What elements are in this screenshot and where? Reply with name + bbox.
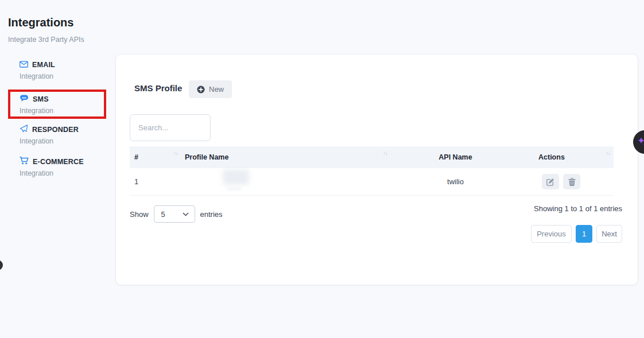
sidebar-item-label: E-COMMERCE: [33, 158, 84, 166]
sidebar-item-label: RESPONDER: [32, 126, 79, 134]
sidebar-item-sublabel: Integration: [20, 72, 111, 80]
entries-per-page-select[interactable]: 5: [154, 205, 195, 223]
sort-icon: ↑↓: [383, 146, 387, 156]
sidebar-item-sms[interactable]: SMS SMS Integration: [20, 94, 111, 115]
sidebar-item-responder[interactable]: RESPONDER Integration: [20, 125, 111, 145]
column-label: Profile Name: [185, 153, 228, 161]
column-header-actions[interactable]: Actions ↑↓: [520, 146, 614, 168]
sort-icon: ↑↓: [173, 146, 178, 156]
next-page-button[interactable]: Next: [596, 225, 622, 243]
column-label: #: [134, 153, 138, 161]
panel-title: SMS Profile: [134, 83, 182, 93]
sidebar-item-sublabel: Integration: [20, 169, 111, 177]
entries-label: entries: [200, 210, 223, 219]
delete-button[interactable]: [563, 174, 580, 189]
entries-select-value: 5: [161, 210, 165, 219]
new-button[interactable]: New: [189, 80, 232, 98]
column-label: Actions: [538, 153, 565, 161]
sidebar-item-ecommerce[interactable]: E-COMMERCE Integration: [20, 157, 111, 177]
column-label: API Name: [439, 153, 472, 161]
edit-button[interactable]: [542, 174, 559, 189]
column-header-index[interactable]: # ↑↓: [130, 146, 181, 168]
sms-profile-card: SMS Profile New # ↑↓ Profile Name ↑↓ API…: [115, 54, 638, 285]
shopping-cart-icon: [20, 157, 29, 167]
sidebar-item-label: SMS: [33, 95, 49, 103]
table-header: # ↑↓ Profile Name ↑↓ API Name Actions ↑↓: [130, 146, 614, 168]
svg-text:SMS: SMS: [22, 97, 26, 99]
integrations-page: Integrations Integrate 3rd Party APIs EM…: [0, 0, 644, 338]
row-index-cell: 1: [130, 177, 181, 186]
envelope-icon: [20, 60, 28, 70]
trash-icon: [568, 178, 576, 186]
redacted-profile-name-line: [227, 188, 241, 190]
page-title: Integrations: [8, 16, 73, 29]
page-1-button[interactable]: 1: [576, 225, 592, 243]
page-subtitle: Integrate 3rd Party APIs: [8, 36, 84, 44]
actions-cell: [520, 174, 614, 189]
profile-name-cell: [181, 168, 391, 195]
sidebar-item-sublabel: Integration: [20, 137, 111, 145]
redacted-profile-name: [223, 169, 249, 185]
plus-circle-icon: [197, 86, 205, 94]
sidebar-item-label: EMAIL: [32, 61, 55, 69]
table-row: 1 twilio: [130, 168, 614, 196]
chevron-down-icon: [183, 212, 189, 216]
search-input[interactable]: [130, 114, 211, 141]
sidebar-item-sublabel: Integration: [20, 107, 111, 115]
column-header-profile-name[interactable]: Profile Name ↑↓: [181, 146, 391, 168]
paper-plane-icon: [20, 125, 28, 135]
chat-bubble-icon: SMS: [20, 94, 29, 104]
show-label: Show: [130, 210, 149, 219]
pagination: Previous 1 Next: [531, 225, 622, 243]
show-entries-control: Show 5 entries: [130, 205, 223, 223]
edit-pencil-icon: [546, 178, 554, 186]
previous-page-button[interactable]: Previous: [531, 225, 572, 243]
sort-icon: ↑↓: [606, 146, 610, 156]
column-header-api-name[interactable]: API Name: [391, 146, 520, 168]
api-name-cell: twilio: [391, 177, 520, 186]
left-edge-widget-button[interactable]: [0, 260, 3, 270]
new-button-label: New: [209, 85, 224, 94]
sidebar-item-email[interactable]: EMAIL Integration: [20, 60, 111, 80]
showing-entries-summary: Showing 1 to 1 of 1 entries: [534, 204, 622, 213]
